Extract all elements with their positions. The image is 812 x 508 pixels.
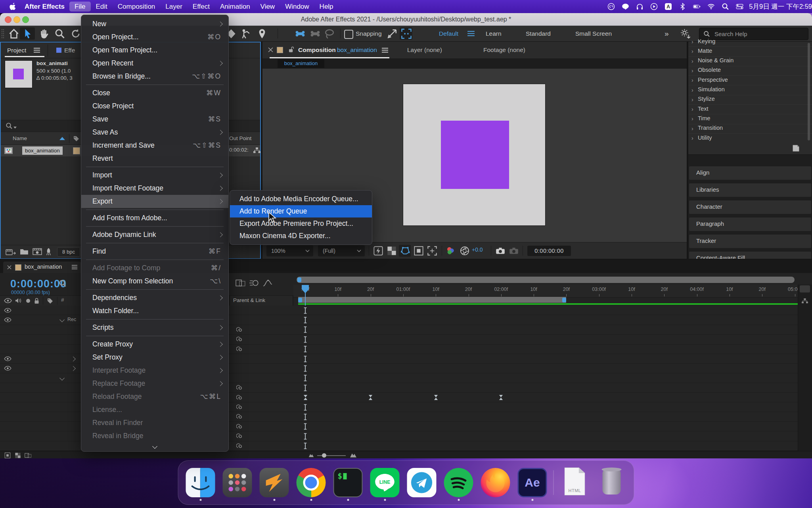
menubar-menu-help[interactable]: Help <box>314 2 339 12</box>
file-menu-item-save[interactable]: Save⌘S <box>81 113 228 126</box>
label-column-icon[interactable] <box>47 298 53 304</box>
number-column-icon[interactable]: # <box>61 297 64 303</box>
timeline-zoom-slider[interactable] <box>317 455 346 456</box>
bone-tool-icon[interactable] <box>310 29 320 39</box>
effects-category-perspective[interactable]: ›Perspective <box>688 75 812 85</box>
file-menu-item-dependencies[interactable]: Dependencies <box>81 291 228 304</box>
search-icon[interactable] <box>722 3 729 10</box>
layer-visibility-eye-icon[interactable] <box>4 366 11 371</box>
file-menu-item-increment-and-save[interactable]: Increment and Save⌥⇧⌘S <box>81 139 228 152</box>
file-menu-item-scripts[interactable]: Scripts <box>81 321 228 334</box>
workspace-tab-standard[interactable]: Standard <box>526 26 551 41</box>
effects-category-utility[interactable]: ›Utility <box>688 133 812 142</box>
effects-category-keying[interactable]: ›Keying <box>688 42 812 47</box>
panel-menu-icon[interactable] <box>71 265 78 269</box>
dock-icon-trash[interactable] <box>596 467 628 498</box>
new-folder-icon[interactable] <box>20 248 29 255</box>
file-menu-item-set-proxy[interactable]: Set Proxy <box>81 351 228 364</box>
exposure-icon[interactable] <box>460 246 469 256</box>
battery-icon[interactable] <box>693 3 701 10</box>
region-of-interest-icon[interactable] <box>414 246 423 256</box>
parent-pickwhip-icon[interactable] <box>236 414 243 420</box>
menubar-menu-composition[interactable]: Composition <box>113 2 161 12</box>
column-name[interactable]: Name <box>13 133 27 144</box>
wifi-icon[interactable] <box>707 3 715 10</box>
lock-column-icon[interactable] <box>34 298 39 304</box>
menubar-menu-effect[interactable]: Effect <box>188 2 215 12</box>
label-column-icon[interactable] <box>73 135 79 142</box>
parent-pickwhip-icon[interactable] <box>236 327 243 333</box>
rocket-icon[interactable] <box>45 248 52 256</box>
close-tab-icon[interactable] <box>268 47 273 52</box>
effects-category-time[interactable]: ›Time <box>688 114 812 124</box>
zoom-out-icon[interactable] <box>308 453 314 458</box>
layer-visibility-eye-icon[interactable] <box>4 318 11 322</box>
play-circle-icon[interactable] <box>650 3 658 10</box>
workspace-tab-learn[interactable]: Learn <box>486 26 502 41</box>
dock-icon-launchpad[interactable] <box>222 467 253 498</box>
tab-composition-name[interactable]: box_animation <box>337 42 377 58</box>
file-menu-item-browse-in-bridge[interactable]: Browse in Bridge...⌥⇧⌘O <box>81 70 228 83</box>
keyframe-icon[interactable] <box>368 394 373 400</box>
file-menu-item-new[interactable]: New <box>81 17 228 31</box>
timeline-ruler[interactable]: :00f10f20f01:00f10f20f02:00f10f20f03:00f… <box>293 285 798 298</box>
parent-pickwhip-icon[interactable] <box>236 346 243 352</box>
chevron-right-icon[interactable] <box>71 356 76 362</box>
workspace-tab-default[interactable]: Default <box>439 26 458 41</box>
comp-mini-flowchart-icon[interactable] <box>801 298 808 304</box>
effects-category-obsolete[interactable]: ›Obsolete <box>688 66 812 76</box>
file-menu-item-close-project[interactable]: Close Project <box>81 100 228 113</box>
selection-tool-icon[interactable] <box>23 29 33 39</box>
panel-header-paragraph[interactable]: Paragraph <box>689 217 811 231</box>
effects-category-matte[interactable]: ›Matte <box>688 46 812 56</box>
resolution-dropdown[interactable]: (Full) <box>318 245 365 256</box>
show-snapshot-icon[interactable] <box>509 246 519 256</box>
in-out-panes-toggle-icon[interactable] <box>25 452 32 458</box>
dock-icon-after-effects[interactable]: Ae <box>517 467 548 498</box>
dock-icon-finder[interactable] <box>185 467 216 498</box>
menubar-menu-animation[interactable]: Animation <box>215 2 255 12</box>
lasso-tool-icon[interactable] <box>324 29 335 39</box>
menu-more-indicator[interactable] <box>81 443 228 450</box>
chevron-down-icon[interactable] <box>59 318 65 323</box>
dock-icon-telegram[interactable] <box>406 467 438 498</box>
toolbar-grip-icon[interactable] <box>1 29 4 39</box>
roto-brush-tool-icon[interactable] <box>240 29 251 39</box>
work-area-bar[interactable] <box>298 297 566 303</box>
puppet-pin-tool-icon[interactable] <box>257 29 267 39</box>
file-menu-item-open-project[interactable]: Open Project...⌘O <box>81 31 228 44</box>
rotate-tool-icon[interactable] <box>71 29 81 39</box>
layer-visibility-eye-icon[interactable] <box>4 308 11 313</box>
menubar-menu-edit[interactable]: Edit <box>91 2 113 12</box>
menubar-menu-view[interactable]: View <box>255 2 280 12</box>
zoom-in-icon[interactable] <box>350 452 357 458</box>
parent-pickwhip-icon[interactable] <box>236 385 243 391</box>
rig-tool-icon[interactable] <box>295 29 305 39</box>
channel-icon[interactable] <box>446 246 455 256</box>
navigator-start-grip[interactable] <box>297 277 301 282</box>
bit-depth-button[interactable]: 8 bpc <box>57 247 80 257</box>
bluetooth-icon[interactable] <box>679 3 686 10</box>
viewer-timecode[interactable]: 0:00:00:00 <box>527 246 571 256</box>
parent-pickwhip-icon[interactable] <box>236 433 243 439</box>
tab-effect-controls[interactable]: Effe <box>64 42 75 58</box>
work-area-end-grip[interactable] <box>562 298 566 302</box>
workspace-menu-icon[interactable] <box>467 31 475 37</box>
parent-pickwhip-icon[interactable] <box>236 394 243 401</box>
file-menu-item-import[interactable]: Import <box>81 169 228 182</box>
snapshot-icon[interactable] <box>496 246 505 256</box>
transfer-controls-toggle-icon[interactable] <box>14 452 21 458</box>
parent-pickwhip-icon[interactable] <box>236 443 243 449</box>
dock-icon-firefox[interactable] <box>480 467 511 498</box>
timeline-timecode[interactable]: 0:00:00:00 <box>10 278 67 290</box>
effects-category-text[interactable]: ›Text <box>688 104 812 114</box>
file-menu-item-add-fonts-from-adobe[interactable]: Add Fonts from Adobe... <box>81 212 228 225</box>
file-menu-item-adobe-dynamic-link[interactable]: Adobe Dynamic Link <box>81 228 228 241</box>
panel-header-character[interactable]: Character <box>689 200 811 214</box>
apple-menu-icon[interactable] <box>9 3 16 11</box>
menubar-app-name[interactable]: After Effects <box>20 2 69 12</box>
tab-composition-label[interactable]: Composition <box>298 42 336 58</box>
tab-layer[interactable]: Layer (none) <box>407 42 442 58</box>
timeline-navigator-bar[interactable] <box>297 277 795 283</box>
close-tab-icon[interactable] <box>7 265 11 269</box>
